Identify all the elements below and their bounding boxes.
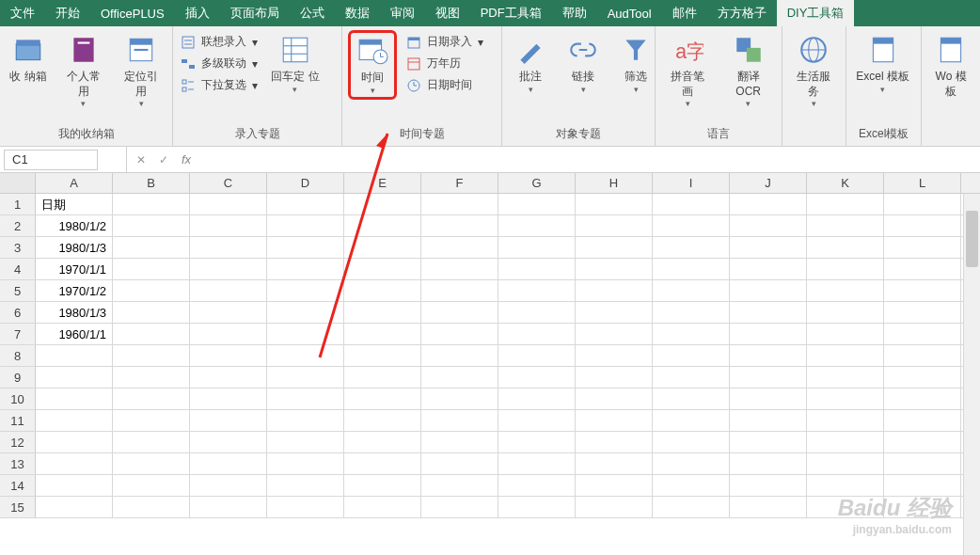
cell[interactable] [421,388,498,409]
cell[interactable] [576,388,653,409]
cell[interactable] [267,280,344,301]
cell[interactable] [730,324,807,344]
tab-data[interactable]: 数据 [335,0,380,26]
cell[interactable] [884,367,961,388]
tab-insert[interactable]: 插入 [175,0,220,26]
cell[interactable]: 1970/1/1 [36,259,113,279]
cell[interactable] [344,324,421,344]
tab-pdf[interactable]: PDF工具箱 [470,0,552,26]
cell[interactable]: 1980/1/3 [36,302,113,323]
cell[interactable] [730,367,807,388]
date-input-button[interactable]: 日期录入 ▾ [406,34,483,50]
col-header[interactable]: E [344,173,421,193]
cell[interactable] [807,475,884,496]
cell[interactable] [190,432,267,452]
cell[interactable] [730,215,807,236]
cell[interactable] [267,410,344,431]
cell[interactable] [113,280,190,301]
cell[interactable] [576,194,653,214]
tab-home[interactable]: 开始 [45,0,90,26]
row-header[interactable]: 12 [0,432,36,452]
cell[interactable] [267,215,344,236]
col-header[interactable]: G [498,173,576,193]
cell[interactable] [576,497,653,517]
cell[interactable] [576,432,653,452]
cell[interactable] [884,475,961,496]
cell[interactable] [498,453,576,474]
cell[interactable] [421,237,498,258]
cell[interactable] [344,367,421,388]
col-header[interactable]: B [113,173,190,193]
cell[interactable] [576,259,653,279]
cell[interactable] [421,345,498,366]
cell[interactable] [267,453,344,474]
cell[interactable] [190,324,267,344]
cell[interactable] [730,280,807,301]
cell[interactable] [498,215,576,236]
col-header[interactable]: K [807,173,884,193]
cell[interactable] [113,475,190,496]
cell[interactable] [344,237,421,258]
cell[interactable] [344,497,421,517]
cell[interactable] [36,410,113,431]
cell[interactable] [344,215,421,236]
cell[interactable] [498,367,576,388]
cell[interactable] [113,388,190,409]
cell[interactable] [576,453,653,474]
excel-template-button[interactable]: Excel 模板▾ [852,30,913,98]
cell[interactable] [807,324,884,344]
cell[interactable]: 1980/1/2 [36,215,113,236]
cell[interactable] [884,324,961,344]
tab-review[interactable]: 审阅 [380,0,425,26]
cell[interactable] [190,237,267,258]
row-header[interactable]: 11 [0,410,36,431]
tab-diy[interactable]: DIY工具箱 [777,0,855,26]
row-header[interactable]: 3 [0,237,36,258]
name-box[interactable]: C1 [4,150,98,170]
cell[interactable] [190,497,267,517]
cancel-icon[interactable]: ✕ [136,153,146,166]
cell[interactable]: 1960/1/1 [36,324,113,344]
row-header[interactable]: 2 [0,215,36,236]
cell[interactable] [113,497,190,517]
translate-ocr-button[interactable]: 翻译 OCR▾ [721,30,776,112]
cell[interactable] [36,497,113,517]
cell[interactable] [113,302,190,323]
cell[interactable] [807,280,884,301]
calendar-button[interactable]: 万年历 [406,56,483,71]
select-all-corner[interactable] [0,173,36,193]
col-header[interactable]: D [267,173,344,193]
col-header[interactable]: C [190,173,267,193]
cell[interactable] [730,194,807,214]
cell[interactable] [421,215,498,236]
cell[interactable] [807,367,884,388]
cell[interactable] [730,497,807,517]
multi-link-button[interactable]: 多级联动 ▾ [181,56,258,71]
word-template-button[interactable]: Wo 模板 [927,30,974,103]
cell[interactable] [267,432,344,452]
cell[interactable] [576,237,653,258]
datetime-button[interactable]: 日期时间 [406,77,483,93]
cell[interactable] [113,367,190,388]
cell[interactable] [576,302,653,323]
cell[interactable] [344,453,421,474]
cell[interactable] [653,259,730,279]
cell[interactable] [498,194,576,214]
cell[interactable] [730,453,807,474]
tab-view[interactable]: 视图 [425,0,470,26]
cell[interactable] [267,194,344,214]
cell[interactable] [576,475,653,496]
cell[interactable] [498,237,576,258]
cell[interactable] [884,388,961,409]
cell[interactable] [653,237,730,258]
tab-audtool[interactable]: AudTool [597,0,662,26]
cell[interactable] [190,215,267,236]
row-header[interactable]: 1 [0,194,36,214]
cell[interactable] [498,302,576,323]
cell[interactable] [807,410,884,431]
cell[interactable] [190,388,267,409]
cell[interactable] [113,324,190,344]
cell[interactable] [267,259,344,279]
cell[interactable] [344,259,421,279]
time-button[interactable]: 时间▾ [348,30,397,100]
